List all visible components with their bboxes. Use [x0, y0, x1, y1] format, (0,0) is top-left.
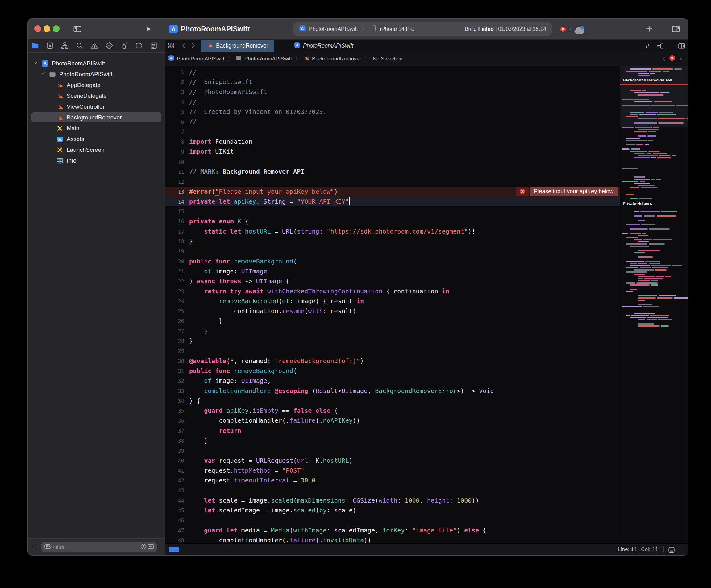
forward-chevron-icon[interactable]	[190, 42, 197, 49]
toggle-inspector-icon[interactable]	[671, 24, 681, 34]
code-line-30[interactable]: 30@available(*, renamed: "removeBackgrou…	[165, 356, 620, 366]
breadcrumb-project[interactable]: APhotoRoomAPISwift	[168, 55, 224, 63]
issue-error-icon[interactable]	[669, 55, 675, 63]
filter-input[interactable]	[52, 544, 140, 551]
breadcrumb-group[interactable]: PhotoRoomAPISwift	[236, 55, 292, 63]
code-line-44[interactable]: 44 let scale = image.scaled(maxDimension…	[165, 496, 620, 505]
zoom-window-button[interactable]	[53, 25, 60, 32]
code-line-19[interactable]: 19	[165, 246, 620, 256]
minimap-toggle-icon[interactable]	[667, 546, 675, 554]
source-editor[interactable]: 1//2// Snippet.swift3// PhotoRoomAPISwif…	[165, 66, 620, 544]
split-editor-icon[interactable]	[678, 42, 686, 50]
code-line-42[interactable]: 42 request.timeoutInterval = 30.0	[165, 475, 620, 485]
code-line-40[interactable]: 40 var request = URLRequest(url: K.hostU…	[165, 456, 620, 465]
code-line-26[interactable]: 26 }	[165, 316, 620, 326]
code-line-34[interactable]: 34) {	[165, 396, 620, 406]
minimize-window-button[interactable]	[44, 25, 50, 32]
code-line-11[interactable]: 11// MARK: Background Remover API	[165, 167, 620, 176]
code-line-4[interactable]: 4//	[165, 97, 620, 107]
toggle-sidebar-icon[interactable]	[73, 24, 82, 34]
add-button[interactable]	[645, 24, 653, 33]
file-item-photoroomapiswift[interactable]: APhotoRoomAPISwift	[28, 58, 165, 69]
code-line-28[interactable]: 28}	[165, 336, 620, 346]
code-line-39[interactable]: 39	[165, 445, 620, 455]
close-window-button[interactable]	[34, 25, 41, 32]
navigator-tab-tests-icon[interactable]	[105, 42, 113, 50]
code-line-32[interactable]: 32 of image: UIImage,	[165, 376, 620, 386]
code-line-21[interactable]: 21 of image: UIImage	[165, 266, 620, 276]
code-line-27[interactable]: 27 }	[165, 326, 620, 336]
navigator-tab-project-icon[interactable]	[31, 42, 39, 50]
file-item-viewcontroller[interactable]: ViewController	[28, 101, 165, 112]
code-line-5[interactable]: 5// Created by Vincent on 01/03/2023.	[165, 107, 620, 116]
navigator-tab-find-icon[interactable]	[76, 42, 84, 50]
line-col-indicator[interactable]: Line: 14Col: 44	[618, 546, 658, 552]
file-item-info[interactable]: Info	[28, 155, 165, 166]
error-banner[interactable]: Please input your apiKey below	[516, 187, 618, 196]
code-line-38[interactable]: 38 }	[165, 436, 620, 445]
navigator-tab-reports-icon[interactable]	[150, 42, 158, 50]
file-item-launchscreen[interactable]: LaunchScreen	[28, 145, 165, 155]
related-items-icon[interactable]	[168, 42, 175, 49]
disclosure-chevron-icon[interactable]	[40, 70, 46, 78]
code-line-41[interactable]: 41 request.httpMethod = "POST"	[165, 465, 620, 475]
file-item-main[interactable]: Main	[28, 123, 165, 134]
code-line-6[interactable]: 6//	[165, 116, 620, 127]
recent-clock-icon[interactable]	[140, 543, 147, 551]
code-line-3[interactable]: 3// PhotoRoomAPISwift	[165, 87, 620, 97]
code-line-10[interactable]: 10	[165, 157, 620, 167]
disclosure-chevron-icon[interactable]	[33, 60, 39, 67]
navigator-tab-breakpoints-icon[interactable]	[135, 42, 143, 50]
navigator-tab-issues-icon[interactable]	[90, 42, 99, 50]
build-status[interactable]: Build Failed | 01/03/2023 at 15:14	[465, 26, 546, 32]
code-line-23[interactable]: 23 return try await withCheckedThrowingC…	[165, 286, 620, 296]
code-line-29[interactable]: 29	[165, 346, 620, 356]
file-item-backgroundremover[interactable]: BackgroundRemover	[28, 112, 165, 123]
code-line-22[interactable]: 22) async throws -> UIImage {	[165, 276, 620, 286]
editor-mode-indicator[interactable]	[169, 547, 179, 552]
code-line-31[interactable]: 31public func removeBackground(	[165, 366, 620, 376]
code-line-18[interactable]: 18}	[165, 236, 620, 246]
previous-issue-icon[interactable]	[661, 56, 667, 62]
navigator-tab-source-control-icon[interactable]	[46, 42, 54, 50]
back-chevron-icon[interactable]	[180, 42, 187, 49]
tab-photoroomapiswift[interactable]: A PhotoRoomAPISwift	[288, 40, 360, 51]
tab-backgroundremover[interactable]: BackgroundRemover	[200, 40, 274, 51]
code-line-48[interactable]: 48 completionHandler(.failure(.invalidDa…	[165, 535, 620, 544]
scheme-selector[interactable]: A PhotoRoomAPISwift 〉 iPhone 14 Pro Buil…	[294, 22, 552, 36]
file-item-assets[interactable]: Assets	[28, 134, 165, 145]
file-item-scenedelegate[interactable]: SceneDelegate	[28, 90, 165, 101]
code-line-13[interactable]: 13#error("Please input your apiKey below…	[165, 187, 620, 197]
code-line-43[interactable]: 43	[165, 485, 620, 495]
code-line-35[interactable]: 35 guard apiKey.isEmpty == false else {	[165, 406, 620, 416]
filter-field[interactable]	[41, 542, 157, 552]
navigator-tab-debug-icon[interactable]	[120, 42, 128, 50]
file-item-photoroomapiswift[interactable]: PhotoRoomAPISwift	[28, 69, 165, 80]
code-line-15[interactable]: 15	[165, 206, 620, 216]
breadcrumb-selection[interactable]: No Selection	[373, 56, 403, 62]
code-line-25[interactable]: 25 continuation.resume(with: result)	[165, 306, 620, 316]
scheme-name[interactable]: PhotoRoomAPISwift	[309, 26, 358, 32]
code-line-1[interactable]: 1//	[165, 67, 620, 77]
file-item-appdelegate[interactable]: AppDelegate	[28, 80, 165, 90]
code-line-14[interactable]: 14private let apiKey: String = "YOUR_API…	[165, 197, 620, 206]
swap-editor-icon[interactable]	[644, 42, 651, 50]
breadcrumb-file[interactable]: BackgroundRemover	[303, 55, 361, 63]
next-issue-icon[interactable]	[677, 56, 684, 62]
code-line-24[interactable]: 24 removeBackground(of: image) { result …	[165, 296, 620, 306]
minimap[interactable]: Background Remover API Private Helpers	[620, 66, 688, 544]
code-line-33[interactable]: 33 completionHandler: @escaping (Result<…	[165, 386, 620, 396]
code-line-9[interactable]: 9import UIKit	[165, 147, 620, 156]
add-file-button[interactable]	[31, 543, 39, 551]
code-line-7[interactable]: 7	[165, 127, 620, 137]
code-line-37[interactable]: 37 return	[165, 426, 620, 436]
code-line-20[interactable]: 20public func removeBackground(	[165, 256, 620, 266]
code-line-45[interactable]: 45 let scaledImage = image.scaled(by: sc…	[165, 505, 620, 515]
code-line-8[interactable]: 8import Foundation	[165, 137, 620, 147]
code-line-47[interactable]: 47 guard let media = Media(withImage: sc…	[165, 525, 620, 535]
flags-icon[interactable]	[147, 543, 154, 551]
navigator-tab-symbols-icon[interactable]	[61, 42, 69, 50]
code-line-12[interactable]: 12	[165, 176, 620, 186]
run-button[interactable]	[144, 25, 152, 33]
editor-options-icon[interactable]	[656, 42, 664, 50]
